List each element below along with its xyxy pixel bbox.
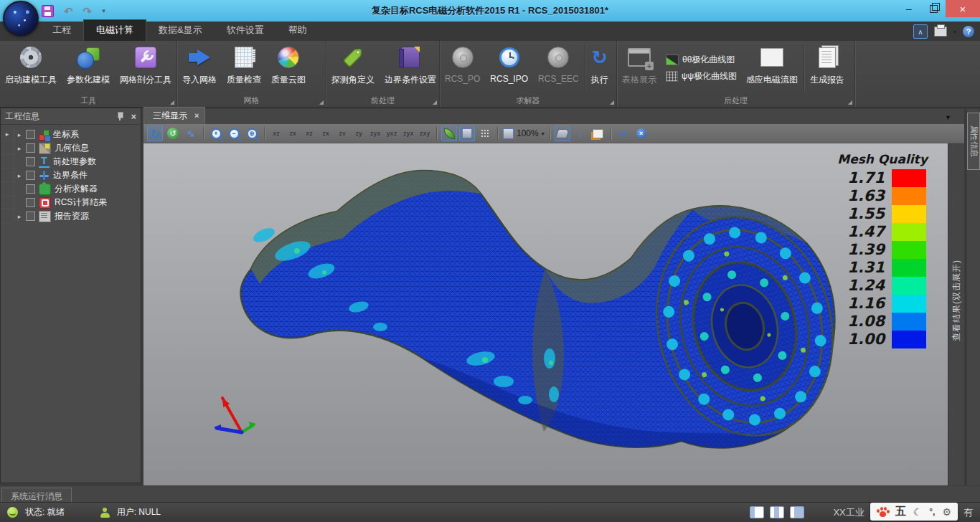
minimize-button[interactable]: – [897,0,921,17]
expander-icon[interactable]: ▸ [14,172,24,179]
checkbox[interactable] [26,143,35,153]
view-orientation-button[interactable]: zyx [368,125,382,141]
quality-cloud-map-button[interactable]: 质量云图 [266,41,311,95]
tree-item-geometry-info[interactable]: ▸ 几何信息 [1,141,141,155]
checkbox[interactable] [26,171,35,180]
expander-icon[interactable]: ▸ [14,145,24,152]
restore-button[interactable] [921,0,946,17]
rainbow-sphere-icon [278,47,299,68]
view-orientation-button[interactable]: zv [335,125,349,141]
close-panel-icon[interactable]: × [131,112,136,121]
tab-3d-display[interactable]: 三维显示 × [143,107,205,124]
tree-item-report-resources[interactable]: ▸ 报告资源 [1,209,141,223]
tree-item-preprocess-params[interactable]: T 前处理参数 [1,155,141,169]
download-view-button[interactable]: ↓ [573,125,588,141]
probe-angle-define-button[interactable]: 探测角定义 [326,41,380,95]
checkbox[interactable] [26,130,35,139]
view-orientation-button[interactable]: zyx [401,125,415,141]
induced-em-current-map-button[interactable]: 感应电磁流图 [741,41,803,95]
tree-item-analysis-solver[interactable]: 分析求解器 [1,182,141,196]
moon-icon[interactable]: ☾ [913,506,923,518]
mesh-partition-tool-button[interactable]: 网格剖分工具 [115,41,176,95]
rcs-eec-button[interactable]: RCS_EEC [533,41,584,95]
legend-row: 1.31 [829,259,936,277]
tree-item-boundary-conditions[interactable]: ▸ 边界条件 [1,169,141,182]
layout-left-button[interactable] [750,506,764,518]
zoom-out-button[interactable]: − [226,125,242,141]
refresh-view-button[interactable]: ↺ [165,125,181,141]
expander-icon[interactable]: ▸ [14,131,24,138]
close-tab-icon[interactable]: × [194,112,199,120]
collapse-ribbon-icon[interactable]: ∧ [913,24,928,39]
layout-right-button[interactable] [790,506,804,518]
tab-project[interactable]: 工程 [40,20,83,41]
view-orientation-button[interactable]: zx [319,125,333,141]
theta-polarization-curve-button[interactable]: θθ极化曲线图 [666,54,737,66]
close-view-button[interactable]: × [633,125,649,141]
dialog-launcher-icon[interactable] [610,100,614,105]
smooth-shading-button[interactable] [441,125,457,141]
share-view-button[interactable]: ≺ [616,125,631,141]
checkbox[interactable] [26,198,35,207]
copy-window-button[interactable] [590,125,606,141]
layout-middle-button[interactable] [770,506,784,518]
flat-shading-button[interactable] [459,125,475,141]
checkbox[interactable] [26,157,35,166]
dialog-launcher-icon[interactable] [433,100,437,105]
tab-data-display[interactable]: 数据&显示 [146,20,215,41]
expander-icon[interactable]: ▸ [2,130,12,138]
rcs-ipo-button[interactable]: RCS_IPO [485,41,533,95]
zoom-in-button[interactable]: + [208,125,224,141]
view-orientation-button[interactable]: zx [286,125,300,141]
view-orientation-button[interactable]: zy [352,125,366,141]
tab-settings[interactable]: 软件设置 [215,20,276,41]
project-info-panel: 工程信息 × ▸ ▸ 坐标系 ▸ 几何信息 T 前处理参数 ▸ [0,108,141,483]
generate-report-button[interactable]: 生成报告 [805,41,849,95]
3d-viewport[interactable]: Mesh Quality 1.71 1.63 1.55 1.47 1.39 1.… [143,143,948,485]
dialog-launcher-icon[interactable] [170,100,174,105]
checkbox[interactable] [26,212,35,221]
tab-help[interactable]: 帮助 [276,20,319,41]
surface-display-button[interactable] [555,125,570,141]
pan-button[interactable]: ↔ [183,125,199,141]
tree-item-rcs-results[interactable]: RCS计算结果 [1,196,141,209]
boundary-condition-setting-button[interactable]: 边界条件设置 [380,41,441,95]
zoom-fit-button[interactable]: ⊕ [244,125,260,141]
window-style-icon[interactable] [934,27,947,37]
window-title: 复杂目标RCS电磁分析软件2015 R1 - RCS_2015031801* [0,4,980,17]
dialog-launcher-icon[interactable] [319,100,324,105]
view-orientation-button[interactable]: xz [269,125,283,141]
expander-icon[interactable]: ▸ [14,213,24,220]
pin-icon[interactable] [116,112,123,120]
parametric-modeling-button[interactable]: 参数化建模 [62,41,115,95]
tab-em-computation[interactable]: 电磁计算 [83,19,146,41]
tab-property-info[interactable]: 属性信息 [967,113,980,170]
tab-view-results[interactable]: 查看结果(双击展开) [951,260,963,341]
window-style-dropdown-icon[interactable]: ▾ [953,29,956,35]
tree-item-coordinate-system[interactable]: ▸ ▸ 坐标系 [1,128,141,141]
rcs-po-button[interactable]: RCS_PO [440,41,485,95]
view-orientation-button[interactable]: zxy [418,125,432,141]
close-button[interactable]: × [946,0,980,17]
legend-swatch [892,205,926,223]
launch-modeling-tool-button[interactable]: 启动建模工具 [0,41,62,95]
tab-list-dropdown-icon[interactable]: ▼ [945,114,951,121]
table-display-button[interactable]: 表格展示 [617,41,661,95]
checkbox[interactable] [26,184,35,194]
ime-settings-gear-icon[interactable]: ⚙ [942,506,951,518]
psi-polarization-curve-button[interactable]: ψψ极化曲线图 [666,70,737,82]
mesh-model[interactable] [143,143,948,485]
view-orientation-button[interactable]: yxz [385,125,399,141]
view-orientation-button[interactable]: xz [302,125,316,141]
orbit-rotate-button[interactable]: ↻ [147,125,163,141]
wireframe-points-button[interactable] [477,125,493,141]
zoom-percent-control[interactable]: 100% ▾ [502,125,545,141]
punctuation-mode-button[interactable]: °, [929,507,935,517]
execute-button[interactable]: ↻ 执行 [586,41,613,95]
import-mesh-button[interactable]: 导入网格 [177,41,222,95]
help-icon[interactable]: ? [963,26,974,37]
ime-mode-button[interactable]: 五 [895,505,906,518]
dialog-launcher-icon[interactable] [848,100,852,105]
quality-check-button[interactable]: 质量检查 [222,41,266,95]
baidu-paw-icon[interactable] [877,507,888,517]
